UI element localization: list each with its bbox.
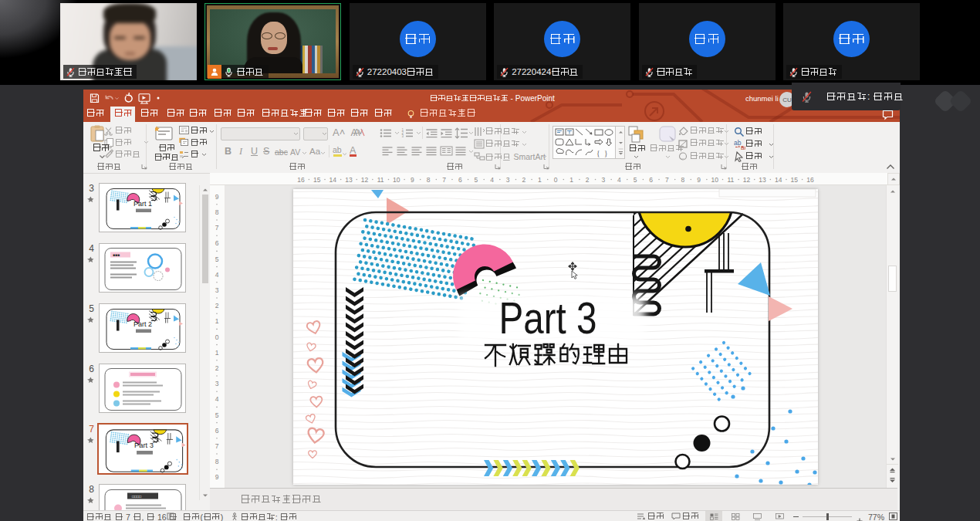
svg-text:0: 0 <box>554 176 558 184</box>
svg-text:7: 7 <box>215 224 219 232</box>
svg-text:15: 15 <box>791 176 799 184</box>
svg-text:Part 3: Part 3 <box>133 441 153 449</box>
svg-text:4: 4 <box>215 271 219 279</box>
svg-text:11: 11 <box>377 176 384 184</box>
svg-text:10: 10 <box>393 176 400 184</box>
svg-text:1: 1 <box>215 317 219 325</box>
svg-text:13: 13 <box>759 176 766 184</box>
svg-text:Part 2: Part 2 <box>133 320 152 328</box>
svg-text:13: 13 <box>345 176 353 184</box>
svg-text:6: 6 <box>215 427 219 435</box>
svg-text:2: 2 <box>215 364 219 372</box>
svg-text:6: 6 <box>458 176 462 184</box>
svg-text:3: 3 <box>402 134 404 138</box>
svg-text:8: 8 <box>427 176 431 184</box>
svg-text:Part 1: Part 1 <box>133 200 152 208</box>
svg-text:16: 16 <box>806 176 814 184</box>
svg-text:14: 14 <box>329 176 337 184</box>
svg-text:5: 5 <box>215 255 219 263</box>
svg-text:9: 9 <box>697 176 701 184</box>
svg-text:9: 9 <box>215 473 219 481</box>
svg-text:9: 9 <box>411 176 414 184</box>
svg-text:4: 4 <box>490 176 494 184</box>
svg-text:4: 4 <box>617 176 621 184</box>
svg-text:11: 11 <box>727 176 734 184</box>
svg-text:ab: ab <box>333 145 342 154</box>
svg-text:12: 12 <box>361 176 369 184</box>
svg-text:3: 3 <box>215 380 219 387</box>
svg-text:A: A <box>353 127 360 138</box>
svg-text:7: 7 <box>215 442 219 450</box>
svg-text:5: 5 <box>475 176 478 184</box>
svg-text:5: 5 <box>215 411 219 419</box>
svg-text:9: 9 <box>215 193 219 201</box>
svg-text:7: 7 <box>442 176 446 184</box>
svg-text:0: 0 <box>215 333 219 341</box>
svg-text:6: 6 <box>215 239 219 247</box>
svg-text:{: { <box>596 150 600 157</box>
svg-text:2: 2 <box>522 176 525 184</box>
svg-text:1: 1 <box>215 349 219 357</box>
svg-text:1: 1 <box>538 176 542 184</box>
svg-text:5: 5 <box>634 176 637 184</box>
svg-text:2: 2 <box>215 302 219 310</box>
svg-text:3: 3 <box>506 176 510 184</box>
svg-text:3: 3 <box>601 176 605 184</box>
svg-text:8: 8 <box>215 208 219 216</box>
svg-text:4: 4 <box>215 395 219 403</box>
svg-text:16: 16 <box>297 176 305 184</box>
svg-text:8: 8 <box>215 458 219 465</box>
svg-text:14: 14 <box>775 176 782 184</box>
svg-text:1: 1 <box>569 176 573 184</box>
svg-text:3: 3 <box>215 286 219 294</box>
svg-text:2: 2 <box>586 176 590 184</box>
svg-text:6: 6 <box>649 176 653 184</box>
svg-text:□□□□: □□□□ <box>132 494 141 499</box>
svg-text:A: A <box>350 145 357 156</box>
svg-text:10: 10 <box>711 176 718 184</box>
svg-text:12: 12 <box>743 176 751 184</box>
svg-text:■■■: ■■■ <box>113 252 120 257</box>
svg-text:}: } <box>604 150 608 157</box>
svg-text:8: 8 <box>681 176 685 184</box>
svg-text:7: 7 <box>665 176 669 184</box>
svg-text:15: 15 <box>313 176 321 184</box>
